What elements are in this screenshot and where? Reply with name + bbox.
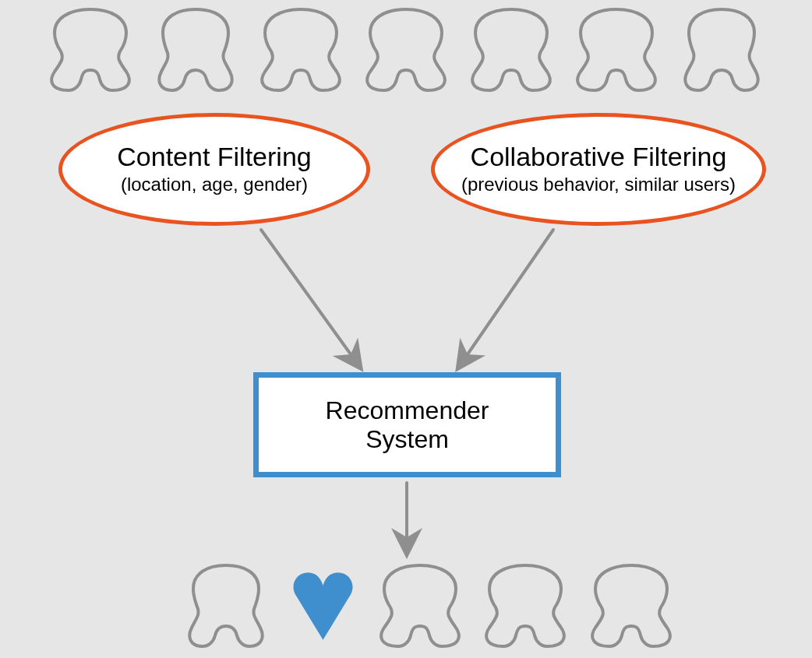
person-icon: [478, 562, 572, 648]
diagram-stage: Content Filtering (location, age, gender…: [0, 0, 812, 658]
node-recommender-system: Recommender System: [253, 372, 561, 477]
person-icon: [179, 562, 273, 648]
node-text: Recommender System: [326, 396, 489, 454]
person-icon: [373, 562, 467, 648]
arrow-content-to-recommender: [261, 230, 351, 354]
person-icon: [584, 562, 678, 648]
arrow-collab-to-recommender: [468, 230, 553, 354]
arrows-layer: [0, 0, 812, 658]
bottom-users-row: [179, 562, 678, 648]
heart-icon: [290, 569, 356, 643]
